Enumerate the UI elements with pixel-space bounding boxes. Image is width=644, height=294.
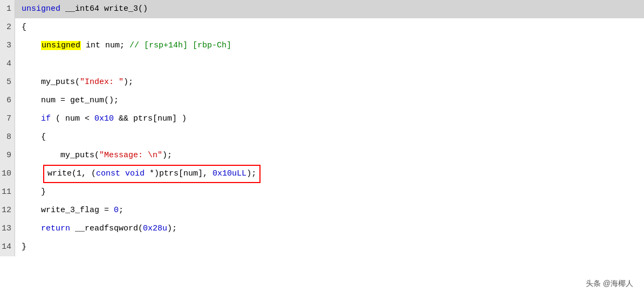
hex-literal: 0x28u <box>143 224 167 233</box>
code-row: 11 } <box>0 183 644 201</box>
code-text: } <box>22 187 46 197</box>
code-text: *)ptrs[num], <box>145 169 213 178</box>
code-row-boxed: 10 write(1, (const void *)ptrs[num], 0x1… <box>0 165 644 183</box>
code-content: { <box>15 128 644 146</box>
line-number: 9 <box>0 146 15 165</box>
code-text: ( num < <box>51 114 94 123</box>
line-number: 13 <box>0 220 15 238</box>
code-content: my_puts("Message: \n"); <box>15 146 644 165</box>
line-number: 11 <box>0 183 15 201</box>
code-row: 2 { <box>0 18 644 37</box>
code-text <box>22 114 41 123</box>
code-text: ); <box>167 224 177 233</box>
comment: // [rsp+14h] [rbp-Ch] <box>129 41 231 50</box>
line-number: 2 <box>0 18 15 37</box>
numeric-literal: 0 <box>114 206 119 215</box>
hex-literal: 0x10uLL <box>213 169 246 178</box>
code-content: } <box>15 183 644 201</box>
line-number: 7 <box>0 110 15 128</box>
code-row: 7 if ( num < 0x10 && ptrs[num] ) <box>0 110 644 128</box>
code-text: ); <box>162 151 172 160</box>
line-number: 4 <box>0 55 15 73</box>
code-text: int num; <box>81 41 129 50</box>
code-content: my_puts("Index: "); <box>15 73 644 92</box>
code-row: 12 write_3_flag = 0; <box>0 201 644 220</box>
line-number: 6 <box>0 92 15 110</box>
main-container: 1 unsigned __int64 write_3() 2 { 3 unsig… <box>0 0 644 294</box>
code-row: 13 return __readfsqword(0x28u); <box>0 220 644 238</box>
code-text <box>120 169 125 178</box>
line-number: 1 <box>0 0 15 18</box>
code-row: 1 unsigned __int64 write_3() <box>0 0 644 18</box>
keyword: void <box>125 169 145 178</box>
code-row: 4 <box>0 55 644 73</box>
line-number: 14 <box>0 238 15 256</box>
code-content: } <box>15 238 644 256</box>
code-text <box>22 224 41 233</box>
line-number: 5 <box>0 73 15 92</box>
code-text: { <box>22 132 46 142</box>
code-content: write_3_flag = 0; <box>15 201 644 220</box>
code-text: write(1, ( <box>47 169 96 178</box>
line-number: 8 <box>0 128 15 146</box>
code-text: && ptrs[num] ) <box>114 114 187 123</box>
code-content: num = get_num(); <box>15 92 644 110</box>
highlight-unsigned: unsigned <box>41 41 81 50</box>
keyword: if <box>41 114 51 123</box>
code-content <box>15 55 644 73</box>
hex-literal: 0x10 <box>94 114 114 123</box>
code-row: 9 my_puts("Message: \n"); <box>0 146 644 165</box>
code-row: 6 num = get_num(); <box>0 92 644 110</box>
code-text: num = get_num(); <box>22 96 119 105</box>
code-text: my_puts( <box>22 78 80 87</box>
code-text: write_3_flag = <box>22 206 114 215</box>
code-row: 8 { <box>0 128 644 146</box>
code-text: ); <box>124 78 133 87</box>
code-content: return __readfsqword(0x28u); <box>15 220 644 238</box>
line-number: 3 <box>0 37 15 55</box>
code-content: { <box>15 18 644 37</box>
keyword: unsigned <box>22 4 60 13</box>
boxed-statement: write(1, (const void *)ptrs[num], 0x10uL… <box>43 165 261 183</box>
line-number: 10 <box>0 165 15 183</box>
string-literal: "Index: " <box>80 78 124 87</box>
code-content: if ( num < 0x10 && ptrs[num] ) <box>15 110 644 128</box>
string-literal: "Message: \n" <box>99 151 162 160</box>
keyword: return <box>41 224 70 233</box>
code-text: } <box>22 242 26 251</box>
code-text: __readfsqword( <box>70 224 143 233</box>
code-content: unsigned int num; // [rsp+14h] [rbp-Ch] <box>15 37 644 55</box>
code-row: 14 } <box>0 238 644 256</box>
keyword: const <box>96 169 120 178</box>
code-text: { <box>22 23 26 32</box>
code-text: ; <box>119 206 124 215</box>
code-content: write(1, (const void *)ptrs[num], 0x10uL… <box>15 165 644 183</box>
code-content: unsigned __int64 write_3() <box>15 0 644 18</box>
code-text: ); <box>246 169 256 178</box>
code-row: 5 my_puts("Index: "); <box>0 73 644 92</box>
line-number: 12 <box>0 201 15 220</box>
watermark: 头条 @海椰人 <box>586 279 633 289</box>
code-area: 1 unsigned __int64 write_3() 2 { 3 unsig… <box>0 0 644 294</box>
code-text: my_puts( <box>22 151 99 160</box>
code-text: __int64 write_3() <box>60 4 148 13</box>
code-indent <box>22 165 41 183</box>
code-row: 3 unsigned int num; // [rsp+14h] [rbp-Ch… <box>0 37 644 55</box>
code-text <box>22 41 41 50</box>
